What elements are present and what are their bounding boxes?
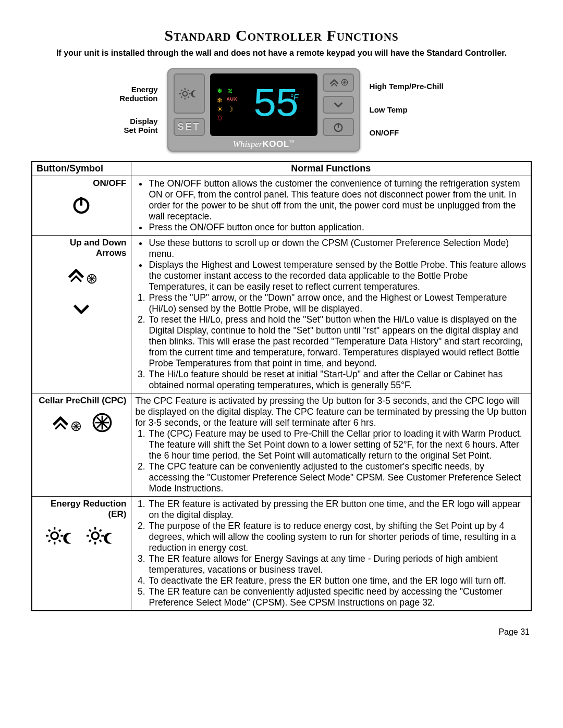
chevron-up-icon bbox=[50, 410, 81, 435]
list-item: To reset the Hi/Lo, press and hold the "… bbox=[148, 314, 527, 369]
table-row: Up and DownArrows Use these buttons to s… bbox=[32, 235, 531, 393]
up-button[interactable] bbox=[323, 73, 354, 92]
figure-labels-left: EnergyReduction DisplaySet Point bbox=[119, 85, 157, 134]
chevron-up-icon bbox=[66, 263, 97, 288]
page-title: Standard Controller Functions bbox=[31, 26, 532, 45]
snow-icon bbox=[341, 79, 348, 86]
power-button[interactable] bbox=[323, 118, 354, 136]
down-button[interactable] bbox=[323, 96, 354, 114]
snow-icon: ❄ bbox=[216, 97, 224, 104]
col-header-symbol: Button/Symbol bbox=[32, 162, 131, 176]
snow-badge-icon bbox=[92, 412, 113, 433]
list-item: The purpose of the ER feature is to redu… bbox=[148, 521, 527, 553]
figure-labels-right: High Temp/Pre-Chill Low Temp ON/OFF bbox=[370, 82, 444, 138]
list-item: To deactivate the ER feature, press the … bbox=[148, 575, 527, 586]
row-title-cpc: Cellar PreChill (CPC) bbox=[36, 396, 127, 406]
col-header-functions: Normal Functions bbox=[131, 162, 531, 176]
table-row: Energy Reduction(ER) The ER feature is a… bbox=[32, 496, 531, 611]
controller-figure: EnergyReduction DisplaySet Point SET ❄ ❄… bbox=[31, 68, 532, 152]
moon-icon bbox=[190, 89, 199, 98]
alarm-icon bbox=[216, 115, 224, 121]
controller-panel: SET ❄ ❄ AUX ☀ ☽ 55 bbox=[167, 68, 360, 152]
list-item: The Hi/Lo feature should be reset at ini… bbox=[148, 369, 527, 391]
moon-icon bbox=[62, 531, 76, 546]
sun-moon-icon bbox=[46, 524, 76, 549]
list-item: The (CPC) Feature may be used to Pre-Chi… bbox=[148, 428, 527, 461]
list-item: The ON/OFF button allows the customer th… bbox=[148, 178, 527, 222]
table-row: ON/OFF The ON/OFF button allows the cust… bbox=[32, 176, 531, 235]
set-button[interactable]: SET bbox=[174, 118, 205, 136]
snow-icon: ❄ bbox=[216, 88, 224, 94]
list-item: Press the ON/OFF button once for button … bbox=[148, 222, 527, 233]
list-item: The ER feature allows for Energy Savings… bbox=[148, 553, 527, 575]
sun-moon-bold-icon bbox=[87, 524, 117, 549]
er-button[interactable] bbox=[174, 73, 205, 114]
chevron-down-icon bbox=[71, 299, 92, 319]
fan-icon bbox=[227, 88, 234, 94]
list-item: Use these buttons to scroll up or down t… bbox=[148, 238, 527, 260]
list-item: The CPC feature can be conveniently adju… bbox=[148, 461, 527, 494]
label-display-setpoint: DisplaySet Point bbox=[119, 117, 157, 134]
brand-label: WhisperKOOL™ bbox=[174, 139, 354, 150]
moon-icon bbox=[102, 531, 117, 546]
power-icon bbox=[71, 194, 92, 215]
page-number: Page 31 bbox=[31, 627, 532, 637]
chevron-up-icon bbox=[328, 77, 340, 88]
label-high-temp: High Temp/Pre-Chill bbox=[370, 82, 444, 91]
label-low-temp: Low Temp bbox=[370, 106, 444, 115]
indicator-grid: ❄ ❄ AUX ☀ ☽ bbox=[216, 88, 234, 122]
row-title-er: Energy Reduction(ER) bbox=[36, 499, 127, 520]
aux-indicator: AUX bbox=[227, 97, 234, 104]
temperature-readout: 55 °F bbox=[239, 84, 311, 125]
snow-icon bbox=[71, 421, 81, 431]
list-item: The ER feature can be conveniently adjus… bbox=[148, 586, 527, 608]
row-title-onoff: ON/OFF bbox=[36, 178, 127, 189]
moon-icon: ☽ bbox=[227, 106, 234, 113]
row-title-arrows: Up and DownArrows bbox=[36, 238, 127, 259]
label-onoff: ON/OFF bbox=[370, 129, 444, 138]
unit-label: °F bbox=[290, 94, 298, 102]
snow-icon bbox=[87, 274, 97, 284]
list-item: Press the "UP" arrow, or the "Down" arro… bbox=[148, 292, 527, 314]
functions-table: Button/Symbol Normal Functions ON/OFF Th… bbox=[31, 161, 532, 611]
list-item: Displays the Highest and Lowest temperat… bbox=[148, 260, 527, 292]
chevron-down-icon bbox=[333, 99, 344, 110]
list-item: The ER feature is activated by pressing … bbox=[148, 499, 527, 521]
power-icon bbox=[333, 121, 344, 133]
sun-icon: ☀ bbox=[216, 106, 224, 113]
row-paragraph: The CPC Feature is activated by pressing… bbox=[136, 396, 527, 428]
table-row: Cellar PreChill (CPC) The CPC Feature is… bbox=[32, 393, 531, 496]
intro-text: If your unit is installed through the wa… bbox=[31, 48, 532, 58]
label-energy-reduction: EnergyReduction bbox=[119, 85, 157, 103]
controller-screen: ❄ ❄ AUX ☀ ☽ 55 °F bbox=[210, 73, 317, 136]
